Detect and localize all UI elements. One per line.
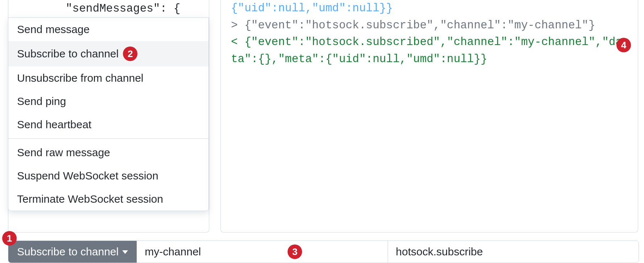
menu-item-label: Terminate WebSocket session (17, 193, 163, 205)
send-message-bar: Subscribe to channel 3 (8, 240, 639, 263)
log-line-incoming: < {"event":"hotsock.subscribed","channel… (231, 34, 628, 68)
menu-item-send-ping[interactable]: Send ping (8, 90, 209, 113)
caret-down-icon (122, 250, 128, 254)
menu-item-label: Send raw message (17, 146, 110, 159)
menu-item-subscribe-to-channel[interactable]: Subscribe to channel 2 (8, 41, 209, 66)
action-dropdown-button[interactable]: Subscribe to channel (8, 241, 137, 263)
actions-dropdown-menu: Send message Subscribe to channel 2 Unsu… (8, 17, 209, 211)
menu-item-label: Send heartbeat (17, 118, 91, 131)
menu-item-send-heartbeat[interactable]: Send heartbeat (8, 113, 209, 136)
menu-item-label: Suspend WebSocket session (17, 170, 158, 182)
log-line-incoming-prev: {"uid":null,"umd":null}} (231, 0, 628, 17)
annotation-badge-3: 3 (288, 244, 302, 259)
action-dropdown-label: Subscribe to channel (17, 246, 119, 258)
menu-item-suspend-websocket-session[interactable]: Suspend WebSocket session (8, 164, 209, 187)
menu-item-unsubscribe-from-channel[interactable]: Unsubscribe from channel (8, 66, 209, 90)
log-line-outgoing: > {"event":"hotsock.subscribe","channel"… (231, 17, 628, 34)
code-header-line: "sendMessages": { (8, 0, 209, 17)
annotation-badge-2: 2 (123, 46, 137, 61)
annotation-badge-1: 1 (2, 231, 17, 246)
menu-item-label: Subscribe to channel (17, 48, 119, 60)
menu-divider (8, 138, 209, 139)
menu-item-terminate-websocket-session[interactable]: Terminate WebSocket session (8, 187, 209, 211)
websocket-log-panel: {"uid":null,"umd":null}} > {"event":"hot… (220, 0, 638, 232)
event-field-wrapper (388, 241, 639, 263)
menu-item-send-raw-message[interactable]: Send raw message (8, 141, 209, 164)
channel-input[interactable] (145, 246, 282, 258)
menu-item-label: Unsubscribe from channel (17, 72, 144, 84)
event-input[interactable] (396, 246, 631, 258)
annotation-badge-4: 4 (616, 38, 631, 52)
menu-item-send-message[interactable]: Send message (8, 18, 209, 41)
menu-item-label: Send ping (17, 95, 66, 108)
channel-field-wrapper: 3 (137, 241, 387, 263)
menu-item-label: Send message (17, 23, 90, 36)
